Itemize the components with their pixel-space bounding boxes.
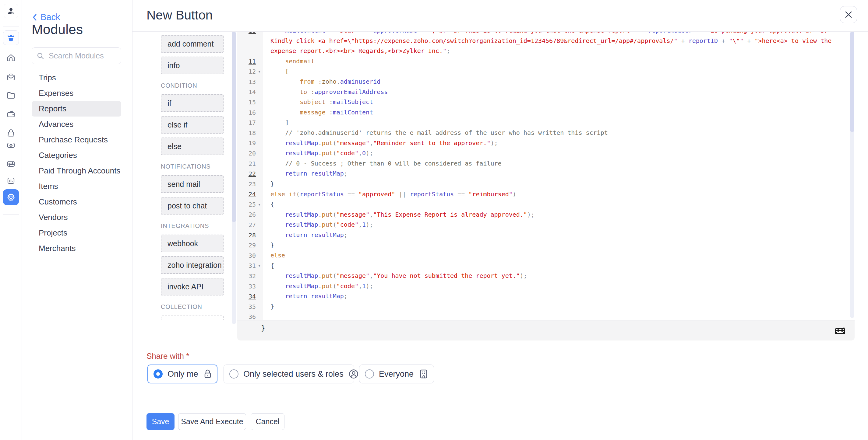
code-line: 30else [237, 250, 850, 261]
share-option-only-me[interactable]: Only me [147, 365, 217, 383]
sidebar-item-items[interactable]: Items [32, 179, 121, 194]
fold-arrow-icon[interactable]: ▾ [257, 263, 263, 268]
chevron-left-icon [32, 13, 37, 22]
close-button[interactable] [840, 6, 857, 23]
line-number-25[interactable]: 25 [249, 201, 257, 208]
palette-block-info[interactable]: info [161, 57, 223, 74]
line-number-30[interactable]: 30 [249, 252, 257, 259]
line-number-18[interactable]: 18 [249, 129, 257, 137]
back-button[interactable]: Back [32, 12, 60, 22]
code-lines: 10 mailContent = "Dear " + approverName … [237, 32, 850, 320]
keyboard-icon[interactable] [834, 326, 846, 335]
gear-icon [6, 192, 16, 202]
sidebar-item-expenses[interactable]: Expenses [32, 86, 121, 101]
save-button[interactable]: Save [147, 413, 175, 430]
settings-gear-active[interactable] [3, 189, 19, 205]
code-line: 25▾{ [237, 199, 850, 210]
code-line: 14 to :approverEmailAddress [237, 87, 850, 97]
user-avatar[interactable] [4, 4, 18, 18]
radio-everyone[interactable] [365, 369, 374, 378]
line-number-21[interactable]: 21 [249, 160, 257, 167]
transactions-card-icon[interactable] [6, 159, 16, 168]
palette-block-invoke-api[interactable]: invoke API [161, 278, 223, 296]
wallet-icon[interactable] [6, 109, 16, 119]
code-text: } [263, 240, 274, 250]
code-area[interactable]: 10 mailContent = "Dear " + approverName … [237, 32, 850, 320]
sidebar-item-vendors[interactable]: Vendors [32, 210, 121, 225]
fold-arrow-icon[interactable]: ▾ [257, 69, 263, 74]
line-number-12[interactable]: 12 [249, 68, 257, 75]
palette-block-webhook[interactable]: webhook [161, 235, 223, 252]
fold-arrow-icon[interactable]: ▾ [257, 202, 263, 207]
zoho-expense-logo[interactable] [3, 30, 19, 45]
code-text: // 0 - Success ; Other than 0 will be co… [263, 159, 502, 169]
analytics-chart-icon[interactable] [6, 176, 16, 185]
code-text: { [263, 199, 274, 210]
home-icon[interactable] [6, 53, 16, 62]
sidebar-item-projects[interactable]: Projects [32, 225, 121, 241]
sidebar-item-categories[interactable]: Categories [32, 147, 121, 163]
line-number-13[interactable]: 13 [249, 78, 257, 86]
line-number-27[interactable]: 27 [249, 221, 257, 229]
module-search[interactable] [32, 47, 121, 64]
radio-only-me[interactable] [154, 369, 163, 378]
line-number-36[interactable]: 36 [249, 313, 257, 320]
sidebar-item-advances[interactable]: Advances [32, 116, 121, 132]
line-number-17[interactable]: 17 [249, 119, 257, 126]
palette-block-if[interactable]: if [161, 94, 223, 112]
deluge-palette: add commentinfoCONDITIONifelse ifelseNOT… [147, 32, 232, 339]
line-number-19[interactable]: 19 [249, 139, 257, 147]
cancel-button[interactable]: Cancel [251, 413, 284, 430]
card-view-icon[interactable] [6, 141, 16, 150]
palette-block-add-comment[interactable]: add comment [161, 35, 223, 53]
share-option-selected-users[interactable]: Only selected users & roles [223, 365, 354, 383]
code-text: mailContent = "Dear " + approverName + "… [263, 32, 832, 36]
code-line: 36 [237, 312, 850, 320]
line-number-14[interactable]: 14 [249, 88, 257, 96]
palette-block-send-mail[interactable]: send mail [161, 175, 223, 193]
palette-section-collection: COLLECTION [161, 303, 232, 310]
purchases-bag-icon[interactable] [6, 128, 16, 138]
sidebar-item-merchants[interactable]: Merchants [32, 241, 121, 256]
sidebar-item-paid-through-accounts[interactable]: Paid Through Accounts [32, 163, 121, 179]
save-and-execute-button[interactable]: Save And Execute [178, 413, 246, 430]
line-number-20[interactable]: 20 [249, 150, 257, 157]
line-number-26[interactable]: 26 [249, 211, 257, 218]
line-number-32[interactable]: 32 [249, 272, 257, 280]
share-option-everyone[interactable]: Everyone [359, 365, 434, 383]
line-number-23[interactable]: 23 [249, 180, 257, 188]
script-editor: add commentinfoCONDITIONifelse ifelseNOT… [147, 32, 855, 340]
line-number-34[interactable]: 34 [249, 293, 257, 300]
line-number-10[interactable]: 10 [249, 32, 257, 34]
line-number-11[interactable]: 11 [249, 58, 257, 65]
line-number-29[interactable]: 29 [249, 242, 257, 249]
line-number-31[interactable]: 31 [249, 262, 257, 269]
palette-block-post-to-chat[interactable]: post to chat [161, 197, 223, 214]
code-text: Kindly click <a href=\"https://expense.z… [263, 36, 832, 46]
expenses-folder-icon[interactable] [6, 91, 16, 100]
code-text: resultMap.put("code",1); [263, 281, 373, 292]
palette-scrollbar-thumb[interactable] [232, 32, 236, 222]
line-number-24[interactable]: 24 [249, 191, 257, 198]
sidebar-item-reports[interactable]: Reports [32, 101, 121, 116]
trips-briefcase-icon[interactable] [6, 72, 16, 81]
sidebar-item-purchase-requests[interactable]: Purchase Requests [32, 132, 121, 147]
code-text: resultMap.put("message","You have not su… [263, 271, 527, 281]
line-number-28[interactable]: 28 [249, 232, 257, 239]
line-number-35[interactable]: 35 [249, 303, 257, 310]
palette-block-partial[interactable] [161, 315, 223, 320]
palette-block-zoho-integration[interactable]: zoho integration [161, 256, 223, 274]
new-button-modal: New Button add commentinfoCONDITIONifels… [132, 0, 868, 440]
line-number-15[interactable]: 15 [249, 99, 257, 106]
palette-block-else-if[interactable]: else if [161, 116, 223, 134]
palette-block-else[interactable]: else [161, 138, 223, 155]
sidebar-item-trips[interactable]: Trips [32, 70, 121, 86]
code-text: resultMap.put("code",0); [263, 148, 373, 159]
line-number-33[interactable]: 33 [249, 283, 257, 290]
radio-selected-users[interactable] [229, 369, 239, 378]
search-input[interactable] [48, 51, 115, 61]
editor-scrollbar-thumb[interactable] [850, 32, 854, 132]
line-number-22[interactable]: 22 [249, 170, 257, 177]
line-number-16[interactable]: 16 [249, 109, 257, 116]
sidebar-item-customers[interactable]: Customers [32, 194, 121, 210]
